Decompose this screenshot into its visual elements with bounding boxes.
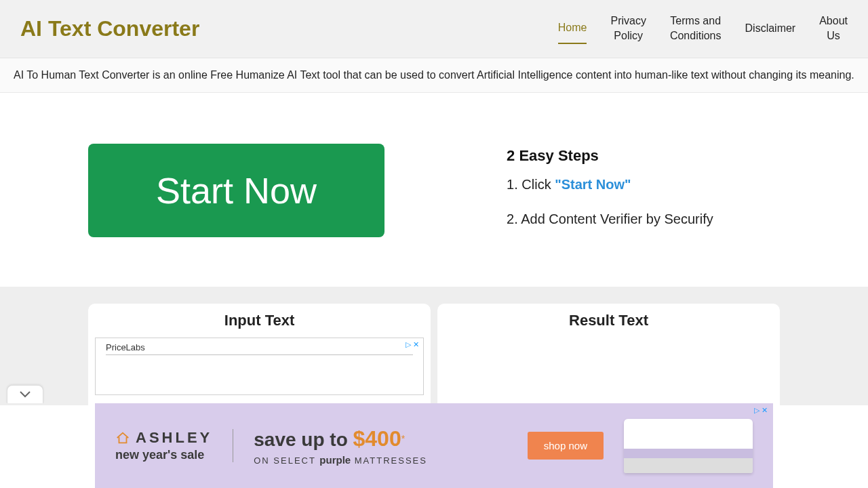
- nav-home[interactable]: Home: [558, 20, 587, 43]
- step-1-prefix: 1. Click: [507, 177, 555, 192]
- nav-about-us[interactable]: About Us: [819, 14, 848, 44]
- collapse-tab[interactable]: [7, 385, 43, 403]
- main-nav: Home Privacy Policy Terms and Conditions…: [558, 14, 848, 44]
- inline-ad-info-icon[interactable]: ▷ ✕: [406, 340, 419, 349]
- step-1-highlight: "Start Now": [555, 177, 631, 192]
- input-panel-title: Input Text: [95, 312, 424, 329]
- banner-amount: $400: [353, 426, 401, 451]
- banner-ad-info-icon[interactable]: ▷ ✕: [754, 406, 768, 415]
- banner-subline-prefix: ON SELECT: [254, 455, 319, 466]
- chevron-down-icon: [20, 391, 31, 398]
- banner-text-block: save up to $400* ON SELECT purple MATTRE…: [254, 426, 507, 466]
- banner-brand-top: ASHLEY: [115, 429, 212, 447]
- shop-now-button[interactable]: shop now: [528, 432, 604, 460]
- nav-terms-conditions[interactable]: Terms and Conditions: [670, 14, 722, 44]
- banner-sup: *: [401, 432, 405, 443]
- steps-title: 2 Easy Steps: [507, 147, 780, 165]
- nav-disclaimer[interactable]: Disclaimer: [745, 21, 796, 36]
- start-now-button[interactable]: Start Now: [88, 144, 384, 237]
- banner-tagline: new year's sale: [115, 448, 204, 462]
- step-2: 2. Add Content Verifier by Securify: [507, 211, 780, 227]
- banner-subline: ON SELECT purple MATTRESSES: [254, 454, 507, 466]
- banner-save-text: save up to: [254, 429, 353, 450]
- banner-brand-block: ASHLEY new year's sale: [115, 429, 233, 462]
- hero-section: Start Now 2 Easy Steps 1. Click "Start N…: [0, 93, 868, 287]
- banner-subline-suffix: MATTRESSES: [351, 455, 427, 466]
- site-logo[interactable]: AI Text Converter: [20, 16, 199, 41]
- mattress-image: [624, 419, 753, 473]
- banner-headline: save up to $400*: [254, 426, 507, 451]
- house-icon: [115, 430, 130, 445]
- description-bar: AI To Human Text Converter is an online …: [0, 58, 868, 93]
- inline-ad-label: PriceLabs: [106, 342, 413, 355]
- header: AI Text Converter Home Privacy Policy Te…: [0, 0, 868, 58]
- nav-privacy-policy[interactable]: Privacy Policy: [610, 14, 646, 44]
- result-panel-title: Result Text: [444, 312, 773, 329]
- step-1: 1. Click "Start Now": [507, 177, 780, 192]
- banner-brand-name: ASHLEY: [136, 429, 212, 447]
- banner-ad[interactable]: ▷ ✕ ASHLEY new year's sale save up to $4…: [95, 403, 773, 488]
- banner-subline-brand: purple: [319, 454, 351, 466]
- steps-block: 2 Easy Steps 1. Click "Start Now" 2. Add…: [507, 144, 780, 246]
